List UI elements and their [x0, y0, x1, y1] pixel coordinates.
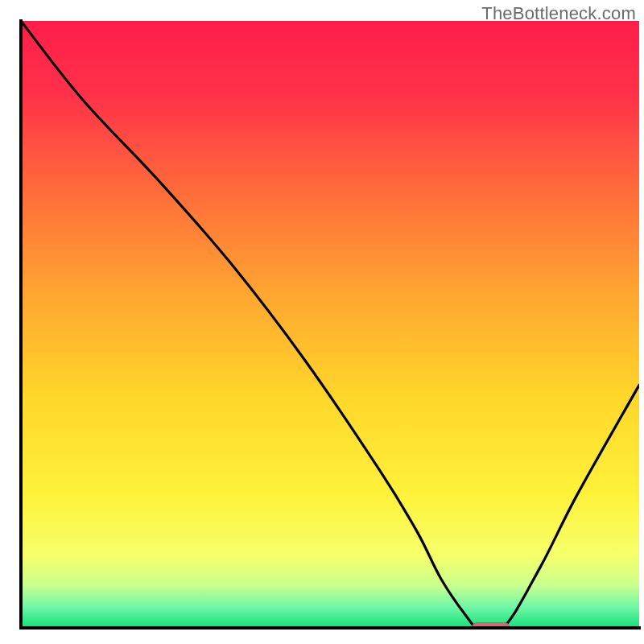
gradient-background — [21, 21, 639, 628]
chart-stage: TheBottleneck.com — [0, 0, 644, 644]
bottleneck-chart — [0, 0, 644, 644]
watermark-text: TheBottleneck.com — [481, 3, 636, 24]
